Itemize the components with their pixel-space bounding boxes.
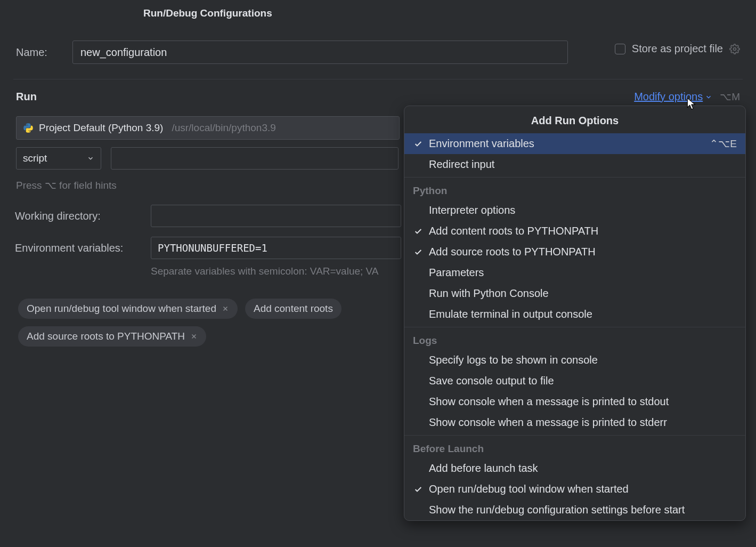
interpreter-select[interactable]: Project Default (Python 3.9) /usr/local/…: [16, 116, 400, 140]
modify-options-label: Modify options: [634, 91, 703, 103]
popup-item[interactable]: Redirect input: [404, 154, 745, 175]
script-type-value: script: [23, 152, 47, 164]
modify-options-link[interactable]: Modify options: [634, 91, 712, 103]
popup-item[interactable]: Interpreter options: [404, 200, 745, 221]
chip-label: Add content roots: [254, 303, 333, 315]
popup-item[interactable]: Add before launch task: [404, 458, 745, 479]
popup-item-label: Add content roots to PYTHONPATH: [429, 225, 737, 237]
name-input[interactable]: [72, 41, 568, 64]
chip-open-tool-window[interactable]: Open run/debug tool window when started: [18, 299, 238, 319]
run-section-label: Run: [16, 91, 37, 103]
popup-group-python: Python: [404, 180, 745, 200]
popup-item[interactable]: Environment variables⌃⌥E: [404, 133, 745, 154]
popup-item[interactable]: Show console when a message is printed t…: [404, 412, 745, 433]
store-label: Store as project file: [632, 43, 723, 55]
popup-item-label: Emulate terminal in output console: [429, 308, 737, 320]
divider: [13, 79, 743, 79]
popup-item-shortcut: ⌃⌥E: [710, 138, 737, 150]
popup-item[interactable]: Specify logs to be shown in console: [404, 350, 745, 371]
popup-title: Add Run Options: [404, 106, 745, 133]
popup-item-label: Open run/debug tool window when started: [429, 483, 737, 495]
dialog-title: Run/Debug Configurations: [143, 7, 272, 19]
interpreter-main-label: Project Default (Python 3.9): [39, 122, 163, 134]
chevron-down-icon: [87, 155, 94, 162]
chip-label: Add source roots to PYTHONPATH: [27, 331, 185, 342]
popup-item-label: Parameters: [429, 267, 737, 279]
script-path-input[interactable]: [111, 147, 399, 170]
popup-item[interactable]: Add content roots to PYTHONPATH: [404, 221, 745, 242]
popup-item-label: Environment variables: [429, 138, 710, 150]
popup-group-before-launch: Before Launch: [404, 438, 745, 458]
popup-item-label: Run with Python Console: [429, 287, 737, 300]
popup-separator: [404, 327, 745, 327]
popup-item[interactable]: Add source roots to PYTHONPATH: [404, 242, 745, 262]
popup-item-label: Add source roots to PYTHONPATH: [429, 246, 737, 258]
popup-item-label: Save console output to file: [429, 375, 737, 387]
gear-icon[interactable]: [729, 44, 740, 54]
check-icon: [414, 248, 429, 256]
close-icon[interactable]: [190, 333, 198, 340]
chip-add-content-roots[interactable]: Add content roots: [245, 299, 342, 319]
add-run-options-popup: Add Run Options Environment variables⌃⌥E…: [404, 106, 746, 521]
popup-item[interactable]: Show console when a message is printed t…: [404, 391, 745, 412]
env-variables-label: Environment variables:: [15, 242, 151, 254]
chip-label: Open run/debug tool window when started: [27, 303, 216, 315]
option-chips-area: Open run/debug tool window when started …: [18, 299, 402, 347]
working-directory-label: Working directory:: [15, 210, 151, 222]
check-icon: [414, 485, 429, 494]
popup-item[interactable]: Parameters: [404, 262, 745, 283]
env-variables-hint: Separate variables with semicolon: VAR=v…: [151, 266, 379, 277]
popup-item[interactable]: Open run/debug tool window when started: [404, 479, 745, 500]
store-as-project-file-row: Store as project file: [615, 43, 740, 55]
script-row: script: [16, 147, 399, 170]
popup-separator: [404, 435, 745, 436]
run-header: Run Modify options ⌥M: [16, 91, 740, 103]
script-type-select[interactable]: script: [16, 147, 101, 170]
check-icon: [414, 227, 429, 236]
popup-item-label: Specify logs to be shown in console: [429, 354, 737, 366]
env-variables-input[interactable]: [151, 237, 401, 259]
name-label: Name:: [16, 46, 64, 59]
interpreter-path-label: /usr/local/bin/python3.9: [172, 122, 275, 134]
close-icon[interactable]: [222, 305, 229, 312]
chevron-down-icon: [705, 93, 712, 101]
popup-separator: [404, 177, 745, 178]
popup-item-label: Redirect input: [429, 158, 737, 171]
popup-item[interactable]: Emulate terminal in output console: [404, 304, 745, 325]
popup-item[interactable]: Show the run/debug configuration setting…: [404, 500, 745, 520]
chip-add-source-roots[interactable]: Add source roots to PYTHONPATH: [18, 326, 206, 347]
popup-item-label: Interpreter options: [429, 204, 737, 216]
popup-item[interactable]: Save console output to file: [404, 371, 745, 391]
popup-item-label: Add before launch task: [429, 462, 737, 474]
popup-item-label: Show console when a message is printed t…: [429, 416, 737, 429]
popup-item[interactable]: Run with Python Console: [404, 283, 745, 304]
popup-group-logs: Logs: [404, 329, 745, 350]
python-icon: [23, 123, 34, 133]
store-checkbox[interactable]: [615, 44, 625, 54]
check-icon: [414, 140, 429, 148]
svg-point-0: [734, 47, 736, 50]
working-directory-row: Working directory:: [15, 205, 401, 227]
working-directory-input[interactable]: [151, 205, 401, 227]
env-variables-row: Environment variables:: [15, 237, 401, 259]
modify-options-shortcut: ⌥M: [720, 91, 740, 103]
popup-item-label: Show console when a message is printed t…: [429, 396, 737, 408]
popup-item-label: Show the run/debug configuration setting…: [429, 504, 737, 516]
field-hints-text: Press ⌥ for field hints: [16, 179, 117, 191]
